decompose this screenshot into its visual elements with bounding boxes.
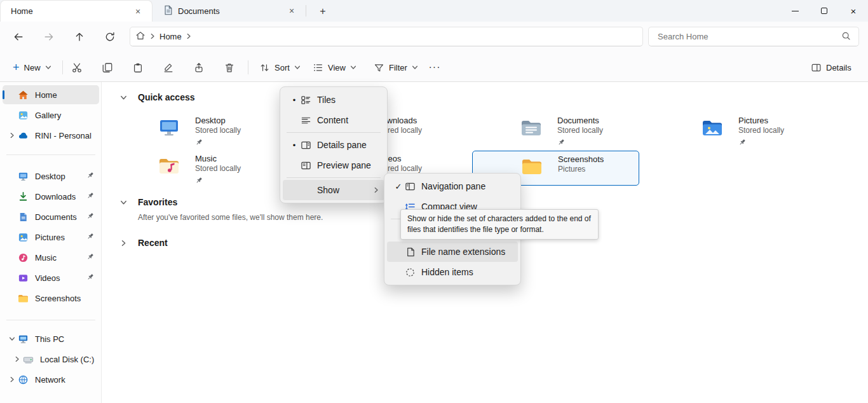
breadcrumb-chevron-icon[interactable] bbox=[184, 32, 193, 41]
sidebar-item-label: Home bbox=[35, 90, 99, 100]
breadcrumb-home[interactable]: Home bbox=[159, 32, 182, 41]
sidebar-item-local-disk[interactable]: Local Disk (C:) bbox=[3, 350, 99, 369]
menu-item-label: Details pane bbox=[317, 140, 379, 150]
address-bar[interactable]: Home bbox=[130, 27, 643, 46]
sidebar-item-home[interactable]: Home bbox=[3, 85, 99, 104]
sidebar-item-network[interactable]: Network bbox=[3, 370, 99, 389]
forward-button[interactable] bbox=[38, 27, 60, 47]
tab-home[interactable]: Home × bbox=[0, 0, 153, 22]
submenu-item-navigation-pane[interactable]: ✓ Navigation pane bbox=[387, 176, 518, 196]
delete-button[interactable] bbox=[219, 57, 240, 78]
view-button[interactable]: View bbox=[308, 57, 362, 78]
command-toolbar: + New Sort View bbox=[0, 52, 868, 82]
pin-icon bbox=[195, 175, 241, 187]
sidebar-item-gallery[interactable]: Gallery bbox=[3, 106, 99, 125]
sidebar-item-this-pc[interactable]: This PC bbox=[3, 329, 99, 348]
menu-item-details-pane[interactable]: • Details pane bbox=[283, 135, 384, 155]
tile-desktop[interactable]: Desktop Stored locally bbox=[110, 113, 277, 147]
menu-item-show[interactable]: Show bbox=[283, 180, 384, 200]
submenu-item-hidden-items[interactable]: Hidden items bbox=[387, 262, 518, 282]
favorites-empty-text: After you've favorited some files, we'll… bbox=[138, 213, 323, 222]
favorites-header: Favorites bbox=[138, 196, 177, 208]
new-tab-button[interactable]: + bbox=[316, 4, 330, 18]
search-input[interactable]: Search Home bbox=[648, 27, 859, 46]
menu-item-content[interactable]: Content bbox=[283, 110, 384, 130]
network-icon bbox=[18, 374, 29, 385]
copy-button[interactable] bbox=[97, 57, 118, 78]
tile-pictures[interactable]: Pictures Stored locally bbox=[653, 113, 820, 147]
search-icon[interactable] bbox=[841, 31, 851, 43]
minimize-button[interactable] bbox=[780, 0, 810, 22]
share-button[interactable] bbox=[188, 57, 210, 78]
tab-documents[interactable]: Documents × bbox=[153, 0, 306, 22]
tab-home-label: Home bbox=[11, 6, 130, 16]
tile-subtitle: Stored locally bbox=[195, 126, 241, 135]
filter-button-label: Filter bbox=[389, 63, 407, 72]
rename-button[interactable] bbox=[158, 57, 179, 78]
up-icon bbox=[74, 31, 85, 43]
cut-button[interactable] bbox=[66, 57, 88, 78]
menu-item-tiles[interactable]: • Tiles bbox=[283, 90, 384, 110]
menu-item-label: Show bbox=[317, 185, 370, 195]
sidebar-item-music[interactable]: Music bbox=[3, 248, 99, 267]
chevron-down-icon bbox=[412, 64, 418, 71]
copy-icon bbox=[102, 62, 113, 74]
file-explorer-window: Home × Documents × + × bbox=[0, 0, 868, 403]
navigation-pane: Home Gallery RINI - Personal Desktop Dow… bbox=[0, 82, 102, 403]
sidebar-item-pictures[interactable]: Pictures bbox=[3, 228, 99, 247]
sidebar-item-documents[interactable]: Documents bbox=[3, 207, 99, 226]
refresh-button[interactable] bbox=[99, 27, 121, 47]
pin-icon bbox=[86, 192, 94, 202]
tile-music[interactable]: Music Stored locally bbox=[110, 151, 277, 186]
onedrive-cloud-icon bbox=[18, 130, 29, 141]
up-button[interactable] bbox=[69, 27, 90, 47]
tab-close-icon[interactable]: × bbox=[130, 4, 146, 19]
favorites-collapse-chevron[interactable] bbox=[118, 197, 128, 207]
submenu-item-file-name-extensions[interactable]: File name extensions bbox=[387, 242, 518, 262]
preview-pane-icon bbox=[301, 160, 317, 171]
sidebar-item-label: Pictures bbox=[35, 233, 86, 242]
toolbar-separator bbox=[62, 60, 63, 74]
filter-button[interactable]: Filter bbox=[369, 57, 423, 78]
home-icon[interactable] bbox=[135, 31, 146, 43]
breadcrumb-chevron-icon[interactable] bbox=[148, 32, 157, 41]
sidebar-divider bbox=[6, 320, 95, 320]
downloads-icon bbox=[18, 191, 29, 202]
refresh-icon bbox=[104, 31, 116, 43]
tab-close-icon[interactable]: × bbox=[284, 3, 299, 18]
back-icon bbox=[13, 31, 24, 43]
close-window-button[interactable]: × bbox=[839, 0, 868, 22]
back-button[interactable] bbox=[8, 27, 29, 47]
submenu-item-label: File name extensions bbox=[421, 247, 513, 257]
share-icon bbox=[193, 62, 205, 74]
tab-documents-label: Documents bbox=[178, 6, 284, 16]
selected-bullet: • bbox=[288, 95, 301, 105]
quick-access-collapse-chevron[interactable] bbox=[118, 92, 128, 102]
sort-button[interactable]: Sort bbox=[254, 57, 306, 78]
music-icon bbox=[18, 252, 29, 263]
pin-icon bbox=[86, 253, 94, 263]
paste-button[interactable] bbox=[127, 57, 149, 78]
tile-subtitle: Pictures bbox=[558, 165, 604, 174]
desktop-folder-icon bbox=[158, 118, 180, 140]
more-options-button[interactable]: ··· bbox=[422, 57, 447, 78]
tab-bar: Home × Documents × + × bbox=[0, 0, 868, 22]
tile-name: Desktop bbox=[195, 116, 241, 126]
chevron-down-icon bbox=[294, 64, 301, 71]
menu-item-preview-pane[interactable]: Preview pane bbox=[283, 155, 384, 175]
sidebar-item-label: Videos bbox=[35, 273, 86, 283]
new-button[interactable]: + New bbox=[8, 57, 57, 78]
trash-icon bbox=[224, 62, 235, 74]
check-icon: ✓ bbox=[392, 182, 405, 191]
tile-documents[interactable]: Documents Stored locally bbox=[472, 113, 639, 147]
sidebar-item-desktop[interactable]: Desktop bbox=[3, 167, 99, 186]
tile-name: Music bbox=[195, 154, 241, 164]
sidebar-item-videos[interactable]: Videos bbox=[3, 268, 99, 287]
maximize-button[interactable] bbox=[810, 0, 839, 22]
tile-subtitle: Stored locally bbox=[557, 126, 603, 135]
sidebar-item-screenshots[interactable]: Screenshots bbox=[3, 289, 99, 308]
recent-expand-chevron[interactable] bbox=[118, 238, 128, 248]
details-pane-button[interactable]: Details bbox=[806, 57, 857, 78]
sidebar-item-downloads[interactable]: Downloads bbox=[3, 187, 99, 206]
sidebar-item-onedrive[interactable]: RINI - Personal bbox=[3, 126, 99, 145]
